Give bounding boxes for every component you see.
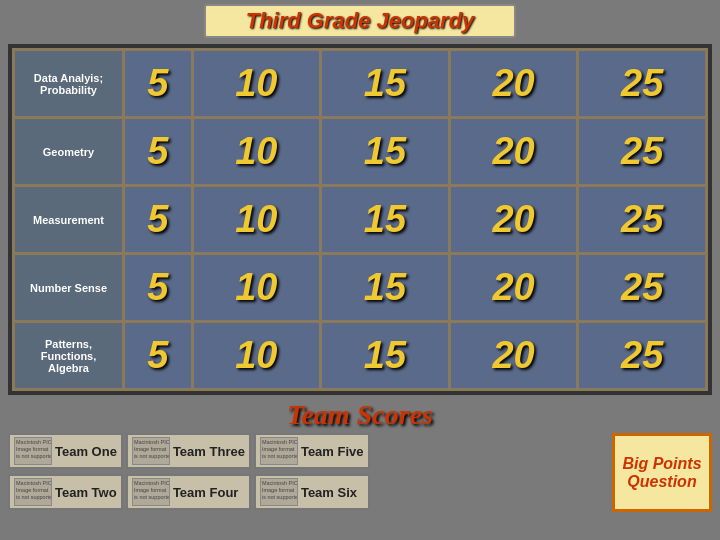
point-cell-r2-c0[interactable]: 5 [124,186,193,254]
point-cell-r2-c2[interactable]: 15 [321,186,450,254]
big-points-line1: Big Points [622,455,701,473]
point-cell-r2-c4[interactable]: 25 [578,186,707,254]
title-bar: Third Grade Jeopardy [0,0,720,40]
big-points-button[interactable]: Big Points Question [612,433,712,512]
point-value-r3-c0: 5 [147,266,168,308]
point-value-r3-c4: 25 [621,266,663,308]
point-cell-r0-c1[interactable]: 10 [192,50,321,118]
team-six-label: Team Six [301,485,357,500]
team-one-icon [14,437,52,465]
game-title: Third Grade Jeopardy [204,4,517,38]
point-cell-r1-c1[interactable]: 10 [192,118,321,186]
scores-section: Team Scores Team One Team Three Team Fiv… [8,399,712,512]
point-value-r2-c3: 20 [492,198,534,240]
team-two-icon [14,478,52,506]
team-card-one: Team One [8,433,123,469]
point-cell-r0-c4[interactable]: 25 [578,50,707,118]
point-cell-r2-c1[interactable]: 10 [192,186,321,254]
point-value-r4-c1: 10 [235,334,277,376]
point-cell-r3-c1[interactable]: 10 [192,254,321,322]
point-value-r3-c2: 15 [364,266,406,308]
point-cell-r4-c1[interactable]: 10 [192,322,321,390]
point-cell-r3-c0[interactable]: 5 [124,254,193,322]
point-cell-r4-c2[interactable]: 15 [321,322,450,390]
big-points-line2: Question [627,473,696,491]
point-value-r1-c2: 15 [364,130,406,172]
point-cell-r4-c0[interactable]: 5 [124,322,193,390]
point-value-r3-c1: 10 [235,266,277,308]
category-4: Patterns, Functions, Algebra [14,322,124,390]
point-value-r2-c2: 15 [364,198,406,240]
point-cell-r0-c0[interactable]: 5 [124,50,193,118]
point-value-r4-c3: 20 [492,334,534,376]
point-cell-r1-c3[interactable]: 20 [449,118,578,186]
point-value-r0-c4: 25 [621,62,663,104]
point-cell-r0-c3[interactable]: 20 [449,50,578,118]
board-table: Data Analyis; Probability510152025Geomet… [12,48,708,391]
point-cell-r3-c4[interactable]: 25 [578,254,707,322]
game-board: Data Analyis; Probability510152025Geomet… [8,44,712,395]
team-five-icon [260,437,298,465]
point-value-r3-c3: 20 [492,266,534,308]
point-cell-r3-c2[interactable]: 15 [321,254,450,322]
team-six-icon [260,478,298,506]
point-cell-r1-c0[interactable]: 5 [124,118,193,186]
point-value-r2-c0: 5 [147,198,168,240]
point-cell-r3-c3[interactable]: 20 [449,254,578,322]
point-value-r0-c2: 15 [364,62,406,104]
team-one-label: Team One [55,444,117,459]
team-card-six: Team Six [254,474,370,510]
point-cell-r1-c2[interactable]: 15 [321,118,450,186]
team-two-label: Team Two [55,485,117,500]
category-0: Data Analyis; Probability [14,50,124,118]
scores-title: Team Scores [8,399,712,431]
point-cell-r4-c4[interactable]: 25 [578,322,707,390]
point-cell-r2-c3[interactable]: 20 [449,186,578,254]
point-value-r4-c0: 5 [147,334,168,376]
point-value-r1-c0: 5 [147,130,168,172]
point-value-r0-c1: 10 [235,62,277,104]
point-value-r1-c3: 20 [492,130,534,172]
point-value-r0-c0: 5 [147,62,168,104]
category-1: Geometry [14,118,124,186]
point-value-r2-c4: 25 [621,198,663,240]
team-card-four: Team Four [126,474,251,510]
team-three-label: Team Three [173,444,245,459]
team-card-five: Team Five [254,433,370,469]
team-four-label: Team Four [173,485,239,500]
point-cell-r1-c4[interactable]: 25 [578,118,707,186]
team-card-two: Team Two [8,474,123,510]
point-value-r1-c4: 25 [621,130,663,172]
team-five-label: Team Five [301,444,364,459]
point-cell-r0-c2[interactable]: 15 [321,50,450,118]
point-value-r4-c4: 25 [621,334,663,376]
team-four-icon [132,478,170,506]
point-value-r1-c1: 10 [235,130,277,172]
point-value-r0-c3: 20 [492,62,534,104]
team-card-three: Team Three [126,433,251,469]
point-value-r4-c2: 15 [364,334,406,376]
category-2: Measurement [14,186,124,254]
team-three-icon [132,437,170,465]
point-value-r2-c1: 10 [235,198,277,240]
category-3: Number Sense [14,254,124,322]
point-cell-r4-c3[interactable]: 20 [449,322,578,390]
